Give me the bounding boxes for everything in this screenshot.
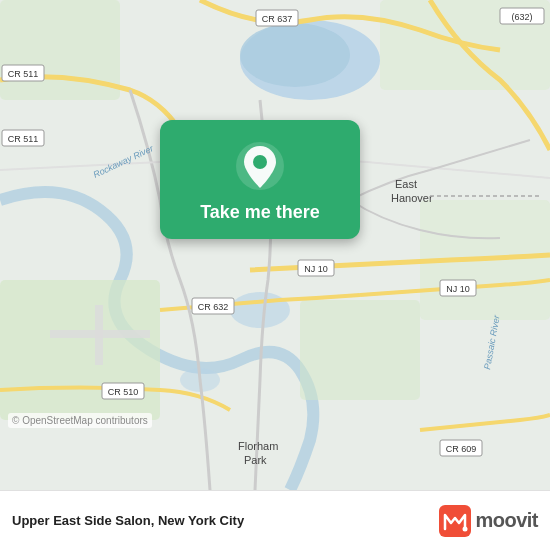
svg-text:CR 510: CR 510	[108, 387, 139, 397]
svg-point-40	[463, 526, 468, 531]
moovit-logo[interactable]: moovit	[439, 505, 538, 537]
svg-text:CR 511: CR 511	[8, 69, 39, 79]
svg-text:Park: Park	[244, 454, 267, 466]
svg-text:CR 511: CR 511	[8, 134, 39, 144]
svg-point-38	[253, 155, 267, 169]
location-info: Upper East Side Salon, New York City	[12, 513, 244, 528]
svg-text:NJ 10: NJ 10	[304, 264, 328, 274]
moovit-brand-text: moovit	[475, 509, 538, 532]
take-me-button-label: Take me there	[200, 202, 320, 223]
map-attribution: © OpenStreetMap contributors	[8, 413, 152, 428]
svg-text:Florham: Florham	[238, 440, 278, 452]
svg-text:(632): (632)	[511, 12, 532, 22]
take-me-card[interactable]: Take me there	[160, 120, 360, 239]
location-name: Upper East Side Salon, New York City	[12, 513, 244, 528]
svg-rect-11	[95, 305, 103, 365]
svg-text:CR 637: CR 637	[262, 14, 293, 24]
bottom-bar: Upper East Side Salon, New York City moo…	[0, 490, 550, 550]
moovit-logo-icon	[439, 505, 471, 537]
map-container: CR 511 CR 511 CR 637 (632) NJ 10 NJ 10 C…	[0, 0, 550, 490]
svg-text:NJ 10: NJ 10	[446, 284, 470, 294]
svg-point-2	[240, 23, 350, 87]
svg-text:East: East	[395, 178, 417, 190]
svg-point-3	[230, 292, 290, 328]
svg-text:CR 632: CR 632	[198, 302, 229, 312]
svg-text:CR 609: CR 609	[446, 444, 477, 454]
location-pin-icon	[234, 140, 286, 192]
svg-rect-6	[300, 300, 420, 400]
svg-text:Hanover: Hanover	[391, 192, 433, 204]
